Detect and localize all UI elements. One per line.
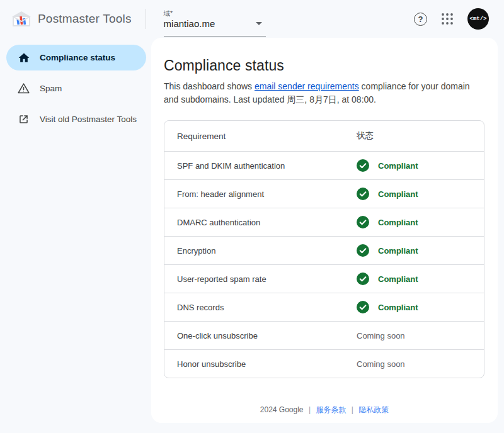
compliant-check-icon <box>357 244 369 257</box>
status-cell: Coming soon <box>357 331 484 340</box>
status-cell: Compliant <box>357 273 484 285</box>
help-icon[interactable]: ? <box>414 13 427 26</box>
requirement-label: From: header alignment <box>164 189 357 199</box>
table-row: One-click unsubscribe Coming soon <box>164 321 484 349</box>
content-card: Compliance status This dashboard shows e… <box>151 38 498 423</box>
table-row: DMARC authentication Compliant <box>164 208 484 236</box>
apps-grid-icon[interactable] <box>441 13 454 25</box>
compliant-check-icon <box>357 216 369 228</box>
status-label: Compliant <box>378 161 418 171</box>
requirement-label: DNS records <box>164 303 357 312</box>
description-text-before: This dashboard shows <box>164 81 255 91</box>
requirement-label: Honor unsubscribe <box>164 359 357 369</box>
compliance-table: Requirement 状态 SPF and DKIM authenticati… <box>164 120 484 378</box>
compliant-check-icon <box>357 301 369 313</box>
status-cell: Compliant <box>357 301 484 313</box>
status-cell: Compliant <box>357 244 484 257</box>
footer: 2024 Google | 服务条款 | 隐私政策 <box>164 405 485 423</box>
requirement-label: DMARC authentication <box>164 218 357 227</box>
table-row: DNS records Compliant <box>164 293 484 321</box>
sidebar-item-compliance-status[interactable]: Compliance status <box>6 45 146 70</box>
status-label: Compliant <box>378 274 418 284</box>
table-row: From: header alignment Compliant <box>164 179 484 208</box>
table-row: Encryption Compliant <box>164 236 484 264</box>
table-row: SPF and DKIM authentication Compliant <box>164 151 484 179</box>
chevron-down-icon <box>256 22 262 25</box>
status-label: Coming soon <box>357 331 405 340</box>
external-link-icon <box>17 113 30 126</box>
table-header-row: Requirement 状态 <box>164 121 484 151</box>
app-root: Postmaster Tools 域* miantiao.me ? <mt/> <box>0 0 504 433</box>
status-cell: Compliant <box>357 216 484 228</box>
compliant-check-icon <box>357 188 369 200</box>
requirement-label: Encryption <box>164 246 357 256</box>
app-title: Postmaster Tools <box>38 12 132 26</box>
status-cell: Coming soon <box>357 359 484 369</box>
table-body: SPF and DKIM authentication Compliant Fr… <box>164 151 484 378</box>
home-icon <box>17 51 30 64</box>
privacy-policy-link[interactable]: 隐私政策 <box>358 405 389 414</box>
status-label: Compliant <box>378 246 418 256</box>
domain-selector-label: 域* <box>164 9 266 17</box>
brand: Postmaster Tools <box>11 11 132 27</box>
top-bar: Postmaster Tools 域* miantiao.me ? <mt/> <box>0 0 504 38</box>
compliant-check-icon <box>357 273 369 285</box>
page-title: Compliance status <box>164 57 485 74</box>
sidebar: Compliance status Spam <box>0 38 151 433</box>
column-header-status: 状态 <box>357 130 484 142</box>
sidebar-item-spam[interactable]: Spam <box>6 76 146 101</box>
sidebar-item-label: Visit old Postmaster Tools <box>40 115 137 124</box>
table-row: User-reported spam rate Compliant <box>164 264 484 293</box>
email-sender-requirements-link[interactable]: email sender requirements <box>255 81 359 91</box>
sidebar-item-visit-old-postmaster-tools[interactable]: Visit old Postmaster Tools <box>6 106 146 132</box>
domain-selector-value: miantiao.me <box>164 18 215 29</box>
terms-of-service-link[interactable]: 服务条款 <box>316 405 346 414</box>
domain-selector-row: miantiao.me <box>164 17 266 33</box>
warning-icon <box>17 82 30 95</box>
table-row: Honor unsubscribe Coming soon <box>164 349 484 378</box>
status-cell: Compliant <box>357 188 484 200</box>
column-header-requirement: Requirement <box>164 132 357 141</box>
avatar[interactable]: <mt/> <box>467 8 489 30</box>
footer-separator: | <box>309 405 311 414</box>
body-row: Compliance status Spam <box>0 38 504 433</box>
status-label: Compliant <box>378 303 418 312</box>
header-divider <box>146 9 146 29</box>
topbar-actions: ? <mt/> <box>414 8 493 30</box>
requirement-label: SPF and DKIM authentication <box>164 161 357 171</box>
status-cell: Compliant <box>357 159 484 172</box>
compliant-check-icon <box>357 159 369 172</box>
sidebar-item-label: Compliance status <box>40 53 115 62</box>
page-description: This dashboard shows email sender requir… <box>164 80 484 106</box>
status-label: Coming soon <box>357 359 405 369</box>
requirement-label: User-reported spam rate <box>164 274 357 284</box>
status-label: Compliant <box>378 189 418 199</box>
footer-copyright: 2024 Google <box>260 405 304 414</box>
requirement-label: One-click unsubscribe <box>164 331 357 340</box>
sidebar-item-label: Spam <box>40 84 62 93</box>
domain-selector-underline <box>164 36 266 37</box>
status-label: Compliant <box>378 218 418 227</box>
postmaster-logo-icon <box>11 11 32 27</box>
footer-separator: | <box>352 405 353 414</box>
domain-selector[interactable]: 域* miantiao.me <box>164 6 266 33</box>
